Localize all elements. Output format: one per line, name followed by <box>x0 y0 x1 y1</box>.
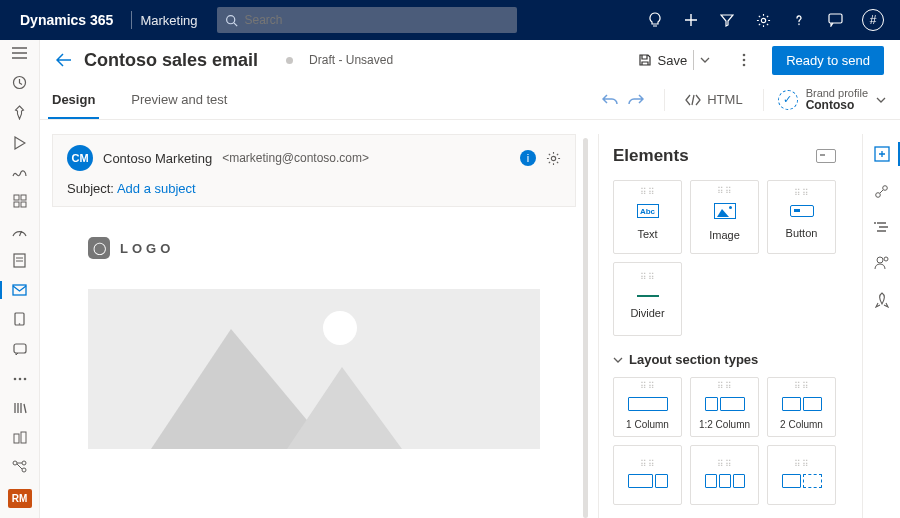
app-name[interactable]: Marketing <box>140 13 217 28</box>
svg-rect-13 <box>14 344 26 353</box>
more-nav-icon[interactable] <box>11 371 29 385</box>
assets-icon[interactable] <box>11 430 29 444</box>
svg-point-15 <box>18 377 21 380</box>
search-icon <box>225 14 238 27</box>
element-text[interactable]: ⠿⠿ Abc Text <box>613 180 682 254</box>
layout-section-header[interactable]: Layout section types <box>613 352 836 367</box>
tab-design[interactable]: Design <box>48 80 99 119</box>
brand-name[interactable]: Dynamics 365 <box>10 12 123 28</box>
panel-layout-icon[interactable] <box>816 149 836 163</box>
code-icon <box>685 94 701 106</box>
svg-point-24 <box>743 64 746 67</box>
element-button[interactable]: ⠿⠿ Button <box>767 180 836 254</box>
element-divider[interactable]: ⠿⠿ Divider <box>613 262 682 336</box>
styles-tool-icon[interactable] <box>874 221 889 233</box>
svg-rect-3 <box>829 14 842 23</box>
layout-card-extra-2[interactable]: ⠿⠿ <box>690 445 759 505</box>
command-bar: Contoso sales email Draft - Unsaved Save… <box>0 40 900 80</box>
filter-icon[interactable] <box>718 11 736 29</box>
drag-grip-icon: ⠿⠿ <box>717 384 733 389</box>
header-settings-icon[interactable] <box>546 151 561 166</box>
drag-grip-icon: ⠿⠿ <box>717 462 733 467</box>
add-icon[interactable] <box>682 11 700 29</box>
chat-icon[interactable] <box>826 11 844 29</box>
add-subject-link[interactable]: Add a subject <box>117 181 196 196</box>
sender-name[interactable]: Contoso Marketing <box>103 151 212 166</box>
svg-point-22 <box>743 54 746 57</box>
personalize-tool-icon[interactable] <box>874 255 889 270</box>
drag-grip-icon: ⠿⠿ <box>640 190 656 195</box>
form-icon[interactable] <box>11 253 29 268</box>
notification-icon[interactable] <box>11 312 29 327</box>
more-actions-icon[interactable] <box>732 53 756 67</box>
svg-rect-8 <box>21 202 26 207</box>
image-placeholder[interactable] <box>88 289 540 449</box>
svg-line-1 <box>234 22 237 25</box>
info-icon[interactable]: i <box>520 150 536 166</box>
layout-1-column[interactable]: ⠿⠿ 1 Column <box>613 377 682 437</box>
help-icon[interactable] <box>790 11 808 29</box>
connections-icon[interactable] <box>11 459 29 473</box>
sms-icon[interactable] <box>11 342 29 356</box>
lightbulb-icon[interactable] <box>646 11 664 29</box>
user-avatar[interactable]: # <box>862 9 884 31</box>
svg-point-31 <box>884 257 888 261</box>
settings-gear-icon[interactable] <box>754 11 772 29</box>
image-element-icon <box>714 203 736 219</box>
elements-tool-icon[interactable] <box>874 146 890 162</box>
speedometer-icon[interactable] <box>11 223 29 237</box>
segments-icon[interactable] <box>11 194 29 208</box>
drag-grip-icon: ⠿⠿ <box>640 384 656 389</box>
canvas-scrollbar[interactable] <box>583 138 588 518</box>
layout-card-custom[interactable]: ⠿⠿ <box>767 445 836 505</box>
library-icon[interactable] <box>11 401 29 415</box>
link-tool-icon[interactable] <box>874 184 889 199</box>
journeys-icon[interactable] <box>11 165 29 179</box>
element-label: Button <box>786 227 818 239</box>
svg-point-27 <box>876 193 881 198</box>
save-dropdown[interactable] <box>693 50 716 70</box>
email-icon[interactable] <box>11 283 29 297</box>
global-search[interactable] <box>217 7 517 33</box>
search-input[interactable] <box>244 13 509 27</box>
tab-preview[interactable]: Preview and test <box>127 80 231 119</box>
redo-icon[interactable] <box>628 93 644 107</box>
elements-panel: Elements ⠿⠿ Abc Text ⠿⠿ Image ⠿⠿ Button <box>598 134 850 518</box>
page-title: Contoso sales email <box>84 50 258 71</box>
chevron-down-icon <box>876 97 886 103</box>
layout-1-2-column[interactable]: ⠿⠿ 1:2 Column <box>690 377 759 437</box>
svg-point-0 <box>227 15 235 23</box>
html-view-button[interactable]: HTML <box>679 88 748 111</box>
drag-grip-icon: ⠿⠿ <box>640 275 656 280</box>
email-header: CM Contoso Marketing <marketing@contoso.… <box>52 134 576 207</box>
ready-to-send-button[interactable]: Ready to send <box>772 46 884 75</box>
user-badge[interactable]: RM <box>8 489 32 508</box>
element-label: Text <box>637 228 657 240</box>
save-label: Save <box>658 53 688 68</box>
svg-point-23 <box>743 59 746 62</box>
layout-card-extra-1[interactable]: ⠿⠿ <box>613 445 682 505</box>
logo-placeholder-icon: ◯ <box>88 237 110 259</box>
pin-icon[interactable] <box>11 105 29 120</box>
undo-icon[interactable] <box>602 93 618 107</box>
left-nav-rail: RM <box>0 40 40 518</box>
svg-rect-10 <box>13 285 26 295</box>
save-button[interactable]: Save <box>632 46 723 74</box>
play-icon[interactable] <box>11 135 29 149</box>
subject-label: Subject: <box>67 181 114 196</box>
layout-section-title: Layout section types <box>629 352 758 367</box>
rocket-tool-icon[interactable] <box>875 292 889 308</box>
svg-point-19 <box>13 461 17 465</box>
email-canvas[interactable]: CM Contoso Marketing <marketing@contoso.… <box>52 134 586 518</box>
svg-point-20 <box>22 468 26 472</box>
back-icon[interactable] <box>56 53 72 67</box>
element-image[interactable]: ⠿⠿ Image <box>690 180 759 254</box>
layout-2-column[interactable]: ⠿⠿ 2 Column <box>767 377 836 437</box>
brand-profile-selector[interactable]: ✓ Brand profile Contoso <box>778 87 886 112</box>
logo-block[interactable]: ◯ LOGO <box>88 237 540 259</box>
svg-point-30 <box>877 257 883 263</box>
status-indicator <box>286 57 293 64</box>
button-element-icon <box>790 205 814 217</box>
svg-point-28 <box>883 186 888 191</box>
svg-point-29 <box>874 222 876 224</box>
